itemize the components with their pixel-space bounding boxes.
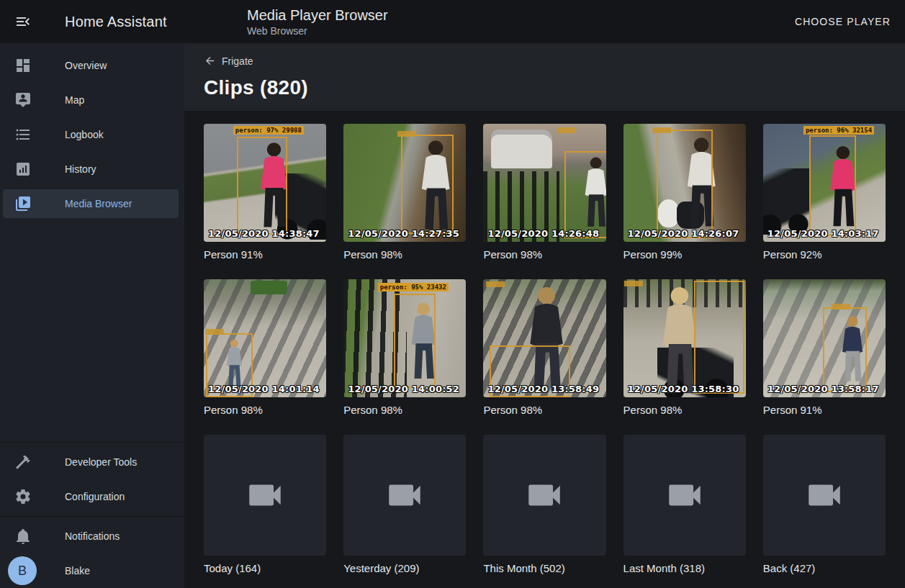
clip-caption: Person 98%: [483, 248, 605, 261]
profile-name: Blake: [65, 565, 90, 576]
detection-chip: person: 95% 23432: [378, 283, 449, 291]
sidebar-item-history[interactable]: History: [0, 152, 184, 186]
videocam-icon: [523, 474, 565, 516]
choose-player-button[interactable]: CHOOSE PLAYER: [795, 16, 891, 27]
clip-timestamp: 12/05/2020 14:38:47: [208, 228, 320, 239]
clip-caption: Person 98%: [204, 404, 326, 416]
arrow-left-icon: [204, 55, 216, 67]
clip-card[interactable]: person: 97% 29988 12/05/2020 14:38:47 Pe…: [204, 124, 326, 261]
folder-caption: Back (427): [763, 562, 886, 574]
folder-caption: Today (164): [204, 562, 326, 574]
detection-minichip: [486, 281, 505, 287]
sidebar-spacer: [0, 221, 184, 440]
clip-thumb: 12/05/2020 13:58:17: [763, 279, 886, 397]
sidebar-divider: [0, 442, 184, 443]
detection-chip: person: 97% 29988: [233, 126, 304, 135]
detection-minichip: [832, 304, 850, 309]
sidebar-item-notifications[interactable]: Notifications: [0, 519, 184, 553]
notifications-label: Notifications: [65, 530, 120, 542]
content: Frigate Clips (820) person: 97% 29988 12…: [184, 43, 905, 588]
sidebar-item-logbook[interactable]: Logbook: [0, 117, 184, 152]
sidebar-item-label: Overview: [65, 60, 107, 71]
profile-item[interactable]: B Blake: [0, 553, 184, 588]
detection-bbox: [394, 294, 436, 388]
sidebar: Overview Map Logbook History Media Brows…: [0, 43, 184, 588]
folder-card-back-427[interactable]: Back (427): [763, 435, 886, 574]
body-row: Overview Map Logbook History Media Brows…: [0, 43, 905, 588]
sidebar-item-configuration[interactable]: Configuration: [0, 479, 184, 514]
detection-bbox: [564, 151, 606, 238]
sidebar-item-label: Map: [65, 94, 84, 106]
page-title: Clips (820): [204, 76, 891, 99]
clip-card[interactable]: person: 96% 32154 12/05/2020 14:03:17 Pe…: [763, 124, 886, 261]
browser-heading: Media Player Browser: [247, 7, 795, 24]
clip-timestamp: 12/05/2020 13:58:17: [767, 384, 879, 394]
clip-card[interactable]: 12/05/2020 13:58:30 Person 98%: [623, 279, 746, 416]
sidebar-item-icon: [14, 488, 32, 505]
topbar-heading-block: Media Player Browser Web Browser: [184, 7, 795, 37]
prop-stroller-left: [763, 168, 810, 235]
detection-bbox: [694, 281, 744, 394]
folder-card-last-month-318[interactable]: Last Month (318): [623, 435, 746, 574]
folder-caption: This Month (502): [483, 562, 605, 574]
prop-car: [491, 130, 552, 168]
clip-card[interactable]: 12/05/2020 14:26:07 Person 99%: [623, 124, 746, 261]
sidebar-item-icon: [14, 195, 32, 212]
sidebar-item-media-browser[interactable]: Media Browser: [0, 186, 184, 221]
clip-timestamp: 12/05/2020 14:26:07: [628, 228, 739, 239]
clip-caption: Person 91%: [204, 248, 326, 261]
clip-thumb: 12/05/2020 14:26:48: [483, 124, 605, 242]
clip-card[interactable]: 12/05/2020 14:27:35 Person 98%: [343, 124, 466, 261]
folder-thumb: [483, 435, 605, 556]
clip-thumb: person: 95% 23432 12/05/2020 14:00:52: [343, 279, 466, 397]
clip-card[interactable]: 12/05/2020 13:58:49 Person 98%: [483, 279, 605, 416]
topbar: Home Assistant Media Player Browser Web …: [0, 0, 905, 43]
topbar-left: Home Assistant: [0, 13, 184, 30]
clip-thumb: 12/05/2020 13:58:30: [623, 279, 746, 397]
browser-subheading: Web Browser: [247, 25, 795, 37]
clip-timestamp: 12/05/2020 14:00:52: [348, 384, 459, 394]
sidebar-item-label: Developer Tools: [65, 456, 137, 468]
clip-card[interactable]: 12/05/2020 13:58:17 Person 91%: [763, 279, 886, 416]
sidebar-item-overview[interactable]: Overview: [0, 48, 184, 83]
clip-card[interactable]: 12/05/2020 14:01:14 Person 98%: [204, 279, 326, 416]
sidebar-item-icon: [14, 57, 32, 74]
clip-card[interactable]: person: 95% 23432 12/05/2020 14:00:52 Pe…: [343, 279, 466, 416]
clip-thumb: person: 96% 32154 12/05/2020 14:03:17: [763, 124, 886, 242]
sidebar-item-label: Media Browser: [65, 198, 132, 209]
sidebar-item-icon: [14, 160, 32, 178]
detection-bbox: [657, 130, 713, 238]
clip-timestamp: 12/05/2020 14:01:14: [208, 384, 320, 394]
clips-grid: person: 97% 29988 12/05/2020 14:38:47 Pe…: [204, 124, 886, 574]
clip-caption: Person 98%: [483, 404, 605, 416]
menu-open-icon: [14, 13, 32, 30]
clip-thumb: 12/05/2020 14:01:14: [204, 279, 326, 397]
sidebar-item-developer-tools[interactable]: Developer Tools: [0, 445, 184, 479]
clip-card[interactable]: 12/05/2020 14:26:48 Person 98%: [483, 124, 605, 261]
folder-thumb: [623, 435, 746, 556]
breadcrumb-back[interactable]: Frigate: [204, 55, 253, 67]
sidebar-item-map[interactable]: Map: [0, 83, 184, 117]
sidebar-item-icon: [14, 91, 32, 109]
bell-icon: [14, 528, 32, 545]
sidebar-divider: [0, 516, 184, 517]
folder-card-yesterday-209[interactable]: Yesterday (209): [343, 435, 466, 574]
app-title: Home Assistant: [65, 14, 167, 30]
folder-card-this-month-502[interactable]: This Month (502): [483, 435, 605, 574]
folder-card-today-164[interactable]: Today (164): [204, 435, 326, 574]
prop-mower: [251, 281, 287, 295]
sidebar-main-nav: Overview Map Logbook History Media Brows…: [0, 48, 184, 221]
sidebar-tools-nav: Developer Tools Configuration: [0, 445, 184, 514]
clip-timestamp: 12/05/2020 14:03:17: [767, 228, 879, 239]
breadcrumb-label: Frigate: [222, 55, 253, 67]
videocam-icon: [803, 474, 845, 516]
clip-timestamp: 12/05/2020 14:26:48: [487, 228, 599, 239]
clip-caption: Person 98%: [623, 404, 746, 416]
sidebar-toggle-button[interactable]: [14, 13, 32, 30]
clip-caption: Person 91%: [763, 404, 886, 416]
detection-minichip: [397, 131, 416, 137]
sidebar-item-icon: [14, 453, 32, 471]
detection-bbox: [823, 307, 867, 392]
grid-area: person: 97% 29988 12/05/2020 14:38:47 Pe…: [184, 111, 905, 588]
clip-timestamp: 12/05/2020 13:58:30: [628, 384, 739, 394]
